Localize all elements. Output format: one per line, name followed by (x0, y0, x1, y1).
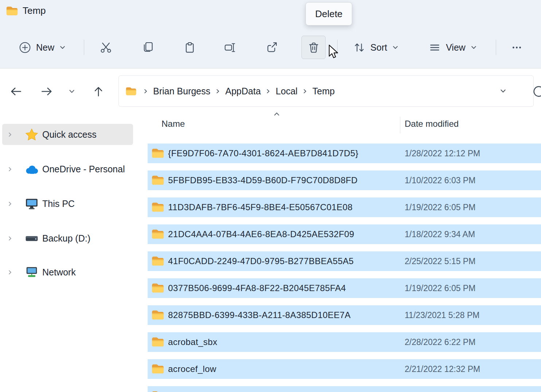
file-rows: {FE9D7F06-7A70-4301-8624-AEB7D841D7D5} 1… (148, 144, 541, 392)
sidebar-item-label: Quick access (42, 129, 97, 140)
table-row-partial[interactable] (148, 386, 541, 392)
sort-ascending-chevron-icon (273, 111, 281, 117)
breadcrumb-item-appdata[interactable]: AppData (225, 86, 261, 97)
folder-icon (151, 228, 164, 239)
address-bar[interactable]: Brian Burgess AppData Local Temp (118, 75, 534, 107)
star-icon (24, 128, 39, 141)
file-name: 41F0CADD-2249-47D0-9795-B277BBEA55A5 (168, 256, 354, 266)
copy-icon (142, 42, 154, 54)
view-button-label: View (446, 42, 466, 53)
network-icon (24, 266, 39, 278)
file-date-modified: 1/18/2022 9:34 AM (405, 230, 475, 239)
sidebar-item-backup-drive[interactable]: Backup (D:) (2, 228, 133, 249)
table-row[interactable]: 41F0CADD-2249-47D0-9795-B277BBEA55A5 2/2… (148, 251, 541, 271)
cut-button[interactable] (94, 36, 117, 59)
table-row[interactable]: 5FBFDB95-EB33-4D59-B60D-F79C70D8D8FD 1/1… (148, 170, 541, 190)
file-date-modified: 1/19/2022 6:05 PM (405, 283, 475, 293)
breadcrumb-item-temp[interactable]: Temp (312, 86, 335, 97)
copy-button[interactable] (136, 36, 159, 59)
file-date-modified: 2/21/2022 12:32 PM (405, 364, 480, 374)
table-row[interactable]: acrobat_sbx 2/28/2022 6:22 PM (148, 332, 541, 352)
chevron-right-icon[interactable] (138, 89, 153, 94)
file-name: {FE9D7F06-7A70-4301-8624-AEB7D841D7D5} (168, 148, 358, 158)
mouse-cursor (328, 44, 339, 60)
folder-icon (151, 175, 164, 185)
chevron-right-icon[interactable] (7, 201, 15, 207)
breadcrumb-item-user[interactable]: Brian Burgess (153, 86, 210, 97)
file-name: acrocef_low (168, 364, 216, 374)
toolbar-separator (84, 40, 84, 55)
folder-icon (151, 148, 164, 158)
see-more-button[interactable] (505, 36, 528, 59)
folder-icon (151, 309, 164, 320)
chevron-right-icon[interactable] (261, 89, 276, 94)
sort-button-label: Sort (370, 42, 387, 53)
sidebar-item-label: Backup (D:) (42, 233, 90, 244)
new-button[interactable]: New (12, 36, 73, 59)
file-list: Name Date modified {FE9D7F06-7A70-4301-8… (148, 109, 541, 392)
delete-button[interactable] (301, 36, 326, 59)
column-divider[interactable] (400, 117, 400, 133)
back-arrow-icon (10, 86, 22, 97)
chevron-down-icon (471, 44, 477, 51)
paste-icon (184, 42, 196, 54)
sidebar-item-label: This PC (42, 199, 75, 209)
forward-button[interactable] (39, 83, 55, 99)
folder-icon (125, 86, 137, 96)
folder-icon (151, 282, 164, 293)
up-button[interactable] (90, 83, 106, 99)
chevron-right-icon[interactable] (7, 132, 15, 137)
table-row[interactable]: 82875BBD-6399-433B-A211-8A385D10EE7A 11/… (148, 305, 541, 325)
breadcrumb-item-local[interactable]: Local (276, 86, 297, 97)
file-date-modified: 1/19/2022 6:05 PM (405, 203, 475, 212)
column-header-date-modified[interactable]: Date modified (405, 119, 459, 129)
file-date-modified: 1/28/2022 12:12 PM (405, 149, 480, 158)
top-bar: Temp New Sort View (0, 0, 541, 68)
rename-icon (224, 42, 236, 54)
paste-button[interactable] (178, 36, 201, 59)
sidebar-item-label: OneDrive - Personal (42, 164, 125, 175)
back-button[interactable] (8, 83, 24, 99)
column-header-row: Name Date modified (148, 109, 541, 144)
view-icon (429, 42, 441, 54)
backup-drive-icon (24, 233, 39, 243)
refresh-icon (532, 85, 541, 98)
file-name: 21DC4AA4-07B4-4AE6-8EA8-D425AE532F09 (168, 229, 354, 239)
trash-icon (308, 42, 320, 54)
file-date-modified: 2/25/2022 5:15 PM (405, 256, 475, 266)
table-row[interactable]: acrocef_low 2/21/2022 12:32 PM (148, 359, 541, 379)
folder-icon (151, 336, 164, 347)
sidebar-item-quick-access[interactable]: Quick access (2, 124, 133, 145)
this-pc-monitor-icon (24, 197, 39, 210)
sort-button[interactable]: Sort (346, 36, 406, 59)
recent-locations-button[interactable] (66, 83, 78, 99)
file-date-modified: 2/28/2022 6:22 PM (405, 337, 475, 347)
chevron-right-icon[interactable] (210, 89, 225, 94)
chevron-right-icon[interactable] (7, 236, 15, 241)
table-row[interactable]: {FE9D7F06-7A70-4301-8624-AEB7D841D7D5} 1… (148, 144, 541, 163)
chevron-down-icon (59, 44, 66, 51)
table-row[interactable]: 21DC4AA4-07B4-4AE6-8EA8-D425AE532F09 1/1… (148, 224, 541, 244)
window-title: Temp (23, 5, 46, 16)
sidebar-item-onedrive[interactable]: OneDrive - Personal (2, 158, 133, 180)
sidebar-item-this-pc[interactable]: This PC (2, 193, 133, 214)
rename-button[interactable] (218, 36, 241, 59)
address-dropdown-chevron-icon[interactable] (500, 88, 527, 94)
refresh-button[interactable] (531, 83, 541, 99)
folder-icon (151, 363, 164, 374)
chevron-right-icon[interactable] (7, 270, 15, 275)
sidebar-item-label: Network (42, 267, 76, 278)
share-button[interactable] (260, 36, 283, 59)
sidebar-item-network[interactable]: Network (2, 262, 133, 283)
column-header-name[interactable]: Name (161, 119, 185, 129)
chevron-right-icon[interactable] (297, 89, 312, 94)
up-arrow-icon (92, 86, 105, 97)
table-row[interactable]: 0377B506-9699-4FA8-8F22-B2045E785FA4 1/1… (148, 278, 541, 298)
chevron-down-icon (69, 88, 75, 95)
file-name: 5FBFDB95-EB33-4D59-B60D-F79C70D8D8FD (168, 175, 358, 185)
chevron-right-icon[interactable] (7, 166, 15, 172)
view-button[interactable]: View (421, 36, 485, 59)
plus-circle-icon (19, 42, 31, 54)
table-row[interactable]: 11D3DAFB-7BF6-45F9-8BE4-E50567C01E08 1/1… (148, 197, 541, 217)
share-icon (266, 42, 278, 54)
